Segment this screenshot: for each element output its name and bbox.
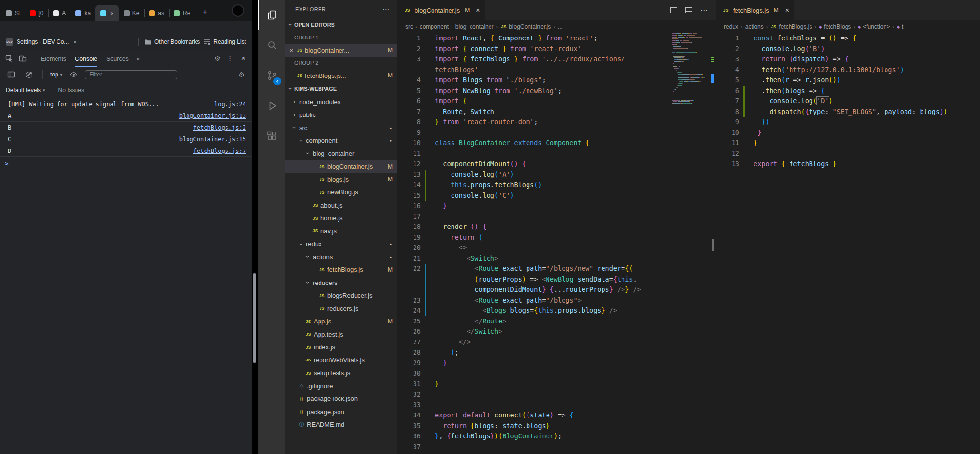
tree-file[interactable]: JSreportWebVitals.js: [285, 354, 397, 367]
tab-close-icon[interactable]: ×: [785, 6, 789, 14]
toggle-layout-icon[interactable]: [685, 7, 692, 13]
other-bookmarks-button[interactable]: Other Bookmarks: [144, 38, 200, 45]
issues-counter[interactable]: No Issues: [58, 87, 84, 94]
breadcrumb-item[interactable]: ◆<function>: [858, 23, 890, 30]
console-source-link[interactable]: blogContainer.js:15: [179, 136, 246, 143]
open-editors-header[interactable]: › OPEN EDITORS: [285, 19, 397, 31]
device-toolbar-icon[interactable]: [17, 52, 29, 65]
bookmarks-overflow-chevron[interactable]: »: [73, 38, 76, 45]
scrollbar-thumb[interactable]: [712, 239, 714, 251]
editor-tab[interactable]: JS blogContainer.js M ×: [397, 0, 485, 20]
console-source-link[interactable]: fetchBlogs.js:2: [193, 124, 246, 131]
page-scrollbar-thumb[interactable]: [253, 273, 256, 363]
breadcrumb-item[interactable]: blog_container: [455, 23, 494, 30]
more-panels-chevron[interactable]: »: [134, 55, 142, 62]
browser-tab[interactable]: A: [48, 5, 71, 21]
breadcrumb-item[interactable]: ◆t: [897, 23, 904, 30]
console-source-link[interactable]: fetchBlogs.js:7: [193, 148, 246, 154]
tree-file[interactable]: JSblogs.jsM: [285, 173, 397, 186]
devtools-tab-console[interactable]: Console: [71, 50, 102, 67]
inspect-element-icon[interactable]: [3, 52, 16, 65]
tree-file[interactable]: JSblogsReducer.js: [285, 289, 397, 303]
tree-folder[interactable]: ›blog_container: [285, 147, 397, 160]
breadcrumb-item[interactable]: JSfetchBlogs.js: [770, 23, 812, 30]
code-area[interactable]: 1const fetchBlogs = () => {2 console.log…: [716, 33, 980, 454]
activity-extensions[interactable]: [258, 121, 285, 151]
bookmark-item[interactable]: Settings - DEV Co...: [17, 38, 69, 45]
editor-tab[interactable]: JS fetchBlogs.js M ×: [716, 0, 794, 20]
more-actions-icon[interactable]: ⋯: [700, 6, 708, 15]
devtools-settings-icon[interactable]: ⚙: [212, 55, 223, 62]
tree-file[interactable]: JSfetchBlogs.jsM: [285, 264, 397, 277]
activity-search[interactable]: [258, 30, 285, 60]
workspace-header[interactable]: › KIMS-WEBPAGE: [285, 82, 397, 95]
tab-close-icon[interactable]: ×: [476, 6, 480, 14]
tree-file[interactable]: {}package.json: [285, 405, 397, 418]
console-prompt-chevron[interactable]: >: [0, 157, 252, 170]
git-gutter-decoration: [425, 190, 426, 201]
console-sidebar-icon[interactable]: [5, 68, 18, 81]
tree-folder[interactable]: ›redux●: [285, 238, 397, 251]
console-source-link[interactable]: blogContainer.js:13: [179, 113, 246, 119]
tree-folder[interactable]: ›actions●: [285, 250, 397, 264]
console-filter-input[interactable]: [85, 70, 177, 79]
default-levels-dropdown[interactable]: Default levels ▾: [6, 87, 45, 94]
breadcrumb-item[interactable]: redux: [724, 23, 738, 30]
console-settings-icon[interactable]: ⚙: [236, 71, 247, 78]
profile-avatar[interactable]: [232, 4, 244, 17]
tree-file[interactable]: ◇.gitignore: [285, 379, 397, 393]
open-editor-item[interactable]: ×JSblogContainer...M: [285, 44, 397, 57]
eye-icon[interactable]: [67, 68, 80, 81]
breadcrumb-item[interactable]: component: [420, 23, 449, 30]
tree-file[interactable]: JSabout.js: [285, 199, 397, 212]
split-editor-icon[interactable]: [670, 7, 677, 13]
tree-file[interactable]: {}package-lock.json: [285, 393, 397, 406]
tree-file[interactable]: JSnav.js: [285, 225, 397, 238]
sidebar-actions-icon[interactable]: ⋯: [383, 5, 390, 13]
tree-folder[interactable]: ›src●: [285, 121, 397, 134]
breadcrumb-item[interactable]: src: [405, 23, 413, 30]
breadcrumb-item[interactable]: ◆fetchBlogs: [819, 23, 851, 30]
tab-close-icon[interactable]: ×: [110, 10, 114, 17]
breadcrumb-item[interactable]: ...: [558, 23, 563, 30]
devtools-tab-elements[interactable]: Elements: [37, 50, 71, 67]
tree-file[interactable]: JSreducers.js: [285, 302, 397, 315]
tree-folder[interactable]: ›public: [285, 109, 397, 122]
clear-console-icon[interactable]: [22, 68, 35, 81]
devtools-tab-sources[interactable]: Sources: [102, 50, 133, 67]
code-area[interactable]: 1import React, { Component } from 'react…: [397, 33, 716, 454]
close-editor-icon[interactable]: ×: [287, 47, 295, 54]
tree-file[interactable]: JSnewBlog.js: [285, 186, 397, 199]
tree-file[interactable]: ⓘREADME.md: [285, 418, 397, 432]
browser-tab[interactable]: ×: [95, 5, 119, 21]
tree-folder[interactable]: ›component●: [285, 134, 397, 148]
browser-tab[interactable]: ka: [71, 5, 95, 21]
new-tab-button[interactable]: +: [198, 5, 211, 19]
minimap[interactable]: [672, 33, 709, 107]
devtools-close-icon[interactable]: ×: [238, 54, 249, 63]
activity-source-control[interactable]: 4: [258, 60, 285, 91]
devtools-menu-icon[interactable]: ⋮: [224, 55, 237, 62]
tree-file[interactable]: JSApp.jsM: [285, 315, 397, 328]
tree-file[interactable]: JSindex.js: [285, 341, 397, 354]
tree-file[interactable]: JShome.js: [285, 212, 397, 225]
tree-file[interactable]: JSApp.test.js: [285, 328, 397, 341]
browser-tab[interactable]: St: [1, 5, 25, 21]
git-gutter-decoration: [425, 389, 426, 400]
breadcrumb-item[interactable]: JSblogContainer.js: [500, 23, 551, 30]
activity-explorer[interactable]: [258, 0, 285, 30]
tree-file[interactable]: JSblogContainer.jsM: [285, 160, 397, 173]
tree-file[interactable]: JSsetupTests.js: [285, 367, 397, 380]
browser-tab[interactable]: Ke: [119, 5, 145, 21]
breadcrumb-item[interactable]: actions: [745, 23, 764, 30]
browser-tab[interactable]: Re: [169, 5, 195, 21]
open-editor-item[interactable]: JSfetchBlogs.js...M: [285, 69, 397, 82]
tree-folder[interactable]: ›reducers: [285, 276, 397, 289]
context-selector-dropdown[interactable]: top ▾: [50, 71, 62, 78]
browser-tab[interactable]: as: [144, 5, 169, 21]
reading-list-button[interactable]: Reading List: [203, 38, 246, 45]
console-source-link[interactable]: log.js:24: [214, 101, 246, 108]
tree-folder[interactable]: ›node_modules: [285, 95, 397, 109]
activity-run-debug[interactable]: [258, 91, 285, 121]
browser-tab[interactable]: [0: [25, 5, 48, 21]
